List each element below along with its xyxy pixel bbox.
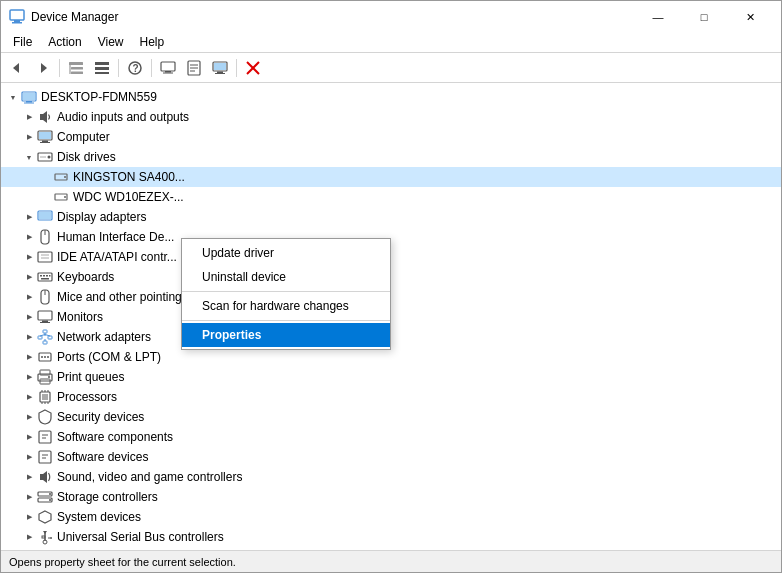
title-bar-left: Device Manager — [9, 9, 118, 25]
svg-marker-3 — [13, 63, 19, 73]
svg-rect-1 — [14, 20, 20, 22]
tree-root[interactable]: DESKTOP-FDMN559 — [1, 87, 781, 107]
security-expand-icon[interactable] — [21, 409, 37, 425]
tree-item-keyboards[interactable]: Keyboards — [1, 267, 781, 287]
audio-expand-icon[interactable] — [21, 109, 37, 125]
hid-icon — [37, 229, 53, 245]
processors-expand-icon[interactable] — [21, 389, 37, 405]
monitors-expand-icon[interactable] — [21, 309, 37, 325]
storage-expand-icon[interactable] — [21, 489, 37, 505]
svg-rect-16 — [163, 72, 173, 73]
usb-label: Universal Serial Bus controllers — [57, 530, 224, 544]
svg-line-66 — [40, 335, 45, 337]
svg-point-94 — [49, 493, 51, 495]
tree-item-hid[interactable]: Human Interface De... — [1, 227, 781, 247]
svg-rect-22 — [217, 71, 223, 73]
svg-rect-33 — [42, 141, 48, 143]
app-icon — [9, 9, 25, 25]
svg-rect-50 — [38, 273, 52, 281]
tree-item-softwarecomp[interactable]: Software components — [1, 427, 781, 447]
svg-rect-98 — [42, 536, 45, 538]
keyboards-expand-icon[interactable] — [21, 269, 37, 285]
computer-button[interactable] — [208, 56, 232, 80]
resources-button[interactable] — [182, 56, 206, 80]
hid-expand-icon[interactable] — [21, 229, 37, 245]
network-expand-icon[interactable] — [21, 329, 37, 345]
menu-help[interactable]: Help — [132, 33, 173, 51]
mice-expand-icon[interactable] — [21, 289, 37, 305]
menu-action[interactable]: Action — [40, 33, 89, 51]
tree-item-sound[interactable]: Sound, video and game controllers — [1, 467, 781, 487]
printqueue-label: Print queues — [57, 370, 124, 384]
computer-expand-icon[interactable] — [21, 129, 37, 145]
usb-expand-icon[interactable] — [21, 529, 37, 545]
context-menu-update[interactable]: Update driver — [182, 241, 390, 265]
context-menu-uninstall[interactable]: Uninstall device — [182, 265, 390, 289]
maximize-button[interactable]: □ — [681, 7, 727, 27]
tree-item-ports[interactable]: Ports (COM & LPT) — [1, 347, 781, 367]
sound-expand-icon[interactable] — [21, 469, 37, 485]
resources-icon — [186, 60, 202, 76]
context-menu-separator — [182, 291, 390, 292]
printqueue-expand-icon[interactable] — [21, 369, 37, 385]
softwarecomp-expand-icon[interactable] — [21, 429, 37, 445]
sound-icon — [37, 469, 53, 485]
tree-item-kingston[interactable]: KINGSTON SA400... — [1, 167, 781, 187]
ports-expand-icon[interactable] — [21, 349, 37, 365]
tree-item-mice[interactable]: Mice and other pointing devices — [1, 287, 781, 307]
softwarecomp-icon — [37, 429, 53, 445]
tree-item-audio[interactable]: Audio inputs and outputs — [1, 107, 781, 127]
tree-item-softwaredev[interactable]: Software devices — [1, 447, 781, 467]
list-view-button[interactable] — [90, 56, 114, 80]
help-button[interactable]: ? — [123, 56, 147, 80]
ide-expand-icon[interactable] — [21, 249, 37, 265]
toolbar-separator-2 — [118, 59, 119, 77]
svg-rect-62 — [38, 336, 42, 339]
monitors-icon — [37, 309, 53, 325]
device-view-button[interactable] — [156, 56, 180, 80]
ports-icon — [37, 349, 53, 365]
tree-item-usb[interactable]: Universal Serial Bus controllers — [1, 527, 781, 547]
tree-item-security[interactable]: Security devices — [1, 407, 781, 427]
softwaredev-expand-icon[interactable] — [21, 449, 37, 465]
tree-item-wdc[interactable]: WDC WD10EZEX-... — [1, 187, 781, 207]
back-button[interactable] — [5, 56, 29, 80]
tree-item-system[interactable]: System devices — [1, 507, 781, 527]
tree-panel[interactable]: DESKTOP-FDMN559 Audio inputs and outputs — [1, 83, 781, 550]
diskdrives-expand-icon[interactable] — [21, 149, 37, 165]
toolbar-separator-4 — [236, 59, 237, 77]
context-menu-properties[interactable]: Properties — [182, 323, 390, 347]
tree-item-printqueue[interactable]: Print queues — [1, 367, 781, 387]
forward-button[interactable] — [31, 56, 55, 80]
tree-item-computer[interactable]: Computer — [1, 127, 781, 147]
network-icon — [37, 329, 53, 345]
tree-item-diskdrives[interactable]: Disk drives — [1, 147, 781, 167]
system-expand-icon[interactable] — [21, 509, 37, 525]
tree-item-storage[interactable]: Storage controllers — [1, 487, 781, 507]
minimize-button[interactable]: — — [635, 7, 681, 27]
svg-rect-78 — [42, 394, 48, 400]
menu-view[interactable]: View — [90, 33, 132, 51]
svg-rect-63 — [48, 336, 52, 339]
root-expand-icon[interactable] — [5, 89, 21, 105]
delete-button[interactable] — [241, 56, 265, 80]
tree-item-network[interactable]: Network adapters — [1, 327, 781, 347]
svg-rect-0 — [10, 10, 24, 20]
tree-view-icon — [68, 60, 84, 76]
tree-item-ide[interactable]: IDE ATA/ATAPI contr... — [1, 247, 781, 267]
wdc-icon — [53, 189, 69, 205]
tree-item-processors[interactable]: Processors — [1, 387, 781, 407]
tree-item-monitors[interactable]: Monitors — [1, 307, 781, 327]
printqueue-icon — [37, 369, 53, 385]
context-menu-scan[interactable]: Scan for hardware changes — [182, 294, 390, 318]
svg-rect-60 — [40, 322, 50, 323]
display-expand-icon[interactable] — [21, 209, 37, 225]
menu-file[interactable]: File — [5, 33, 40, 51]
close-button[interactable]: ✕ — [727, 7, 773, 27]
tree-item-display[interactable]: Display adapters — [1, 207, 781, 227]
svg-rect-61 — [43, 330, 47, 333]
svg-point-40 — [64, 176, 66, 178]
svg-rect-6 — [71, 67, 83, 70]
tree-view-button[interactable] — [64, 56, 88, 80]
computer-label: Computer — [57, 130, 110, 144]
